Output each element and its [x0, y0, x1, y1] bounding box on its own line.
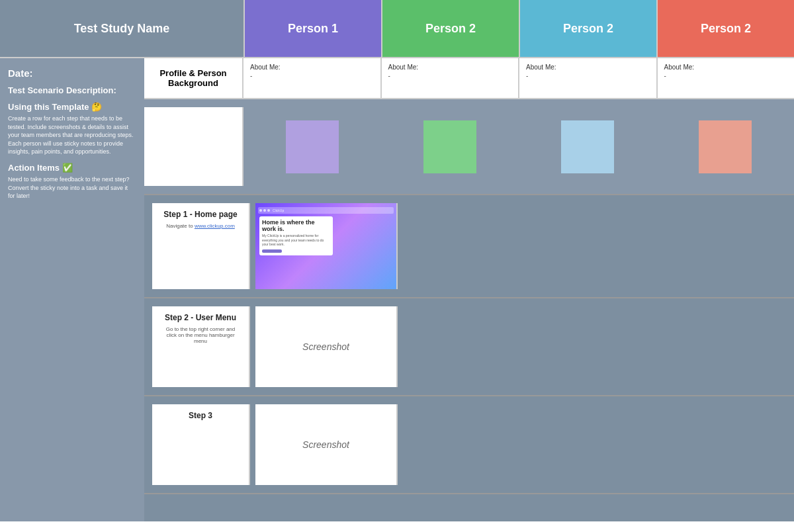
step2-info-cell: Step 2 - User Menu Go to the top right c… [152, 306, 250, 387]
person2b-header: Person 2 [520, 0, 658, 57]
step1-row: Step 1 - Home page Navigate to www.click… [144, 195, 794, 298]
clickup-button [262, 249, 282, 253]
sticky-note-salmon [699, 120, 752, 173]
sticky-note-green [423, 120, 476, 173]
profile-label-cell: Profile & Person Background [144, 58, 243, 98]
feedback-sticky-area-p2a [381, 107, 519, 186]
about-label-p1: About Me: [250, 64, 374, 71]
step3-screenshot-placeholder: Screenshot [302, 439, 349, 450]
about-value-p2a: - [388, 72, 512, 79]
clickup-screenshot: ClickUp Home is where the work is. My Cl… [255, 203, 396, 289]
study-name-label: Test Study Name [74, 22, 170, 36]
clickup-title: Home is where the work is. [262, 219, 330, 232]
profile-person2a-cell: About Me: - [382, 58, 520, 98]
step1-title: Step 1 - Home page [160, 210, 241, 219]
person2b-label: Person 2 [563, 22, 613, 36]
topbar-label: ClickUp [273, 208, 284, 212]
person2c-label: Person 2 [701, 22, 751, 36]
clickup-body: My ClickUp is a personalized home for ev… [262, 234, 330, 247]
step3-row: Step 3 Screenshot [144, 396, 794, 494]
about-value-p2b: - [526, 72, 650, 79]
sticky-note-purple [286, 120, 339, 173]
main-content: Date: Test Scenario Description: Using t… [0, 58, 794, 521]
sidebar-scenario: Test Scenario Description: [8, 85, 136, 95]
person2a-header: Person 2 [382, 0, 520, 57]
step2-title: Step 2 - User Menu [160, 313, 241, 322]
step1-instruction: Navigate to www.clickup.com [160, 223, 241, 229]
step1-screenshot-cell: ClickUp Home is where the work is. My Cl… [255, 203, 398, 289]
about-value-p1: - [250, 72, 374, 79]
profile-person1-cell: About Me: - [243, 58, 382, 98]
topbar-dot3 [267, 209, 270, 212]
step3-title: Step 3 [160, 411, 241, 420]
about-label-p2a: About Me: [388, 64, 512, 71]
feedback-label: General Feedback [156, 142, 230, 152]
feedback-row: General Feedback [144, 99, 794, 195]
topbar-dot1 [259, 209, 262, 212]
header-row: Test Study Name Person 1 Person 2 Person… [0, 0, 794, 58]
step3-info-cell: Step 3 [152, 404, 250, 485]
clickup-inner: Home is where the work is. My ClickUp is… [259, 216, 333, 255]
feedback-sticky-area-p1 [243, 107, 381, 186]
grid-area: Profile & Person Background About Me: - … [144, 58, 794, 521]
step2-screenshot-placeholder: Screenshot [302, 341, 349, 352]
person1-label: Person 1 [288, 22, 338, 36]
feedback-sticky-area-p2c [656, 107, 794, 186]
step2-screenshot-cell: Screenshot [255, 306, 398, 387]
sidebar-using-heading: Using this Template 🤔 [8, 102, 136, 112]
clickup-topbar: ClickUp [258, 207, 394, 214]
feedback-label-cell: General Feedback [144, 107, 243, 186]
sticky-note-blue [561, 120, 614, 173]
sidebar: Date: Test Scenario Description: Using t… [0, 58, 144, 521]
step2-row: Step 2 - User Menu Go to the top right c… [144, 298, 794, 396]
step2-instruction: Go to the top right corner and click on … [160, 326, 241, 344]
about-label-p2c: About Me: [664, 64, 788, 71]
topbar-dot2 [263, 209, 266, 212]
sidebar-date: Date: [8, 67, 136, 79]
step1-info-cell: Step 1 - Home page Navigate to www.click… [152, 203, 250, 289]
step2-notes-area [398, 298, 794, 395]
step1-notes-area [398, 195, 794, 297]
profile-label: Profile & Person Background [152, 68, 234, 88]
profile-person2b-cell: About Me: - [519, 58, 658, 98]
sidebar-action-heading: Action Items ✅ [8, 163, 136, 173]
person1-header: Person 1 [245, 0, 382, 57]
profile-person2c-cell: About Me: - [658, 58, 795, 98]
profile-row: Profile & Person Background About Me: - … [144, 58, 794, 99]
person2a-label: Person 2 [425, 22, 476, 36]
feedback-sticky-area-p2b [519, 107, 656, 186]
study-name-header: Test Study Name [0, 0, 245, 57]
step3-screenshot-cell: Screenshot [255, 404, 398, 485]
about-value-p2c: - [664, 72, 788, 79]
step3-notes-area [398, 396, 794, 493]
about-label-p2b: About Me: [526, 64, 650, 71]
step1-link[interactable]: www.clickup.com [195, 223, 235, 229]
sidebar-using-body: Create a row for each step that needs to… [8, 114, 136, 156]
sidebar-action-body: Need to take some feedback to the next s… [8, 175, 136, 200]
clickup-content: Home is where the work is. My ClickUp is… [259, 216, 392, 255]
person2c-header: Person 2 [658, 0, 794, 57]
